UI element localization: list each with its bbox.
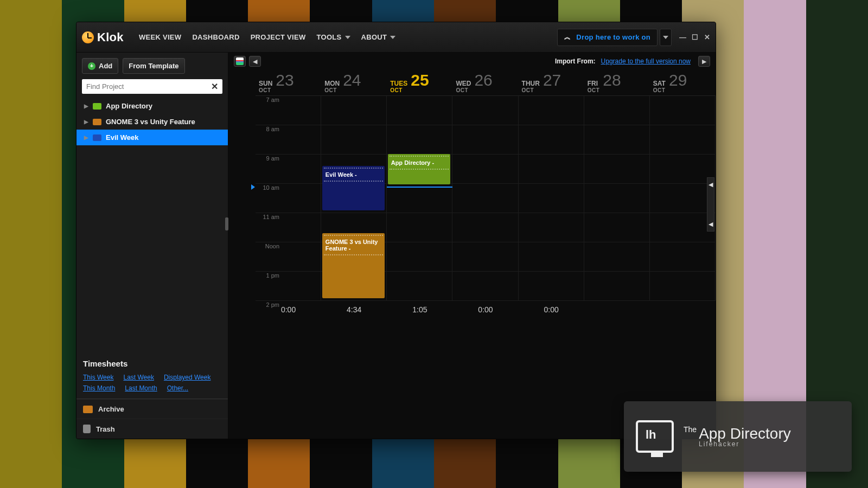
folder-icon	[93, 103, 101, 110]
add-button-label: Add	[99, 62, 112, 70]
search-project[interactable]: ✕	[82, 79, 222, 94]
menu-week-view[interactable]: WEEK VIEW	[133, 30, 187, 44]
drop-target-dropdown[interactable]	[660, 29, 672, 46]
trash-label: Trash	[96, 425, 115, 433]
calendar-icon	[236, 57, 244, 65]
trash-icon	[83, 425, 91, 433]
nav-prev-button[interactable]: ◀	[249, 56, 261, 67]
project-label: Evil Week	[106, 133, 138, 142]
archive-label: Archive	[98, 405, 124, 413]
project-item[interactable]: ▶ App Directory	[76, 98, 228, 114]
timesheets-title: Timesheets	[83, 359, 221, 368]
calendar: SUNOCT23MONOCT24TUESOCT25WEDOCT26THUROCT…	[228, 70, 716, 318]
add-button[interactable]: + Add	[82, 58, 118, 74]
menu-tools[interactable]: TOOLS	[311, 30, 355, 44]
menu-dashboard[interactable]: DASHBOARD	[187, 30, 245, 44]
triangle-right-icon: ▶	[84, 134, 88, 140]
app-logo: Klok	[82, 30, 124, 44]
current-time-marker-icon	[251, 184, 255, 190]
day-total	[650, 301, 716, 318]
timesheet-link[interactable]: Displayed Week	[164, 374, 210, 381]
day-header[interactable]: WEDOCT26	[452, 70, 518, 95]
project-item[interactable]: ▶ Evil Week	[76, 130, 228, 145]
menu-about-label: ABOUT	[361, 33, 387, 41]
watermark-prefix: The	[684, 425, 697, 434]
day-total: 4:34	[321, 301, 387, 318]
day-header[interactable]: FRIOCT28	[584, 70, 650, 95]
timesheet-link[interactable]: Last Week	[123, 374, 154, 381]
import-label: Import From:	[555, 57, 596, 65]
search-input[interactable]	[82, 79, 207, 94]
current-time-indicator	[387, 187, 452, 188]
project-tree: ▶ App Directory▶ GNOME 3 vs Unity Featur…	[76, 98, 228, 145]
window-maximize-button[interactable]: ☐	[692, 33, 698, 41]
window-minimize-button[interactable]: —	[679, 33, 686, 41]
chevron-down-icon	[345, 36, 350, 39]
sidebar-trash[interactable]: Trash	[76, 419, 228, 439]
plus-icon: +	[88, 62, 95, 70]
project-item[interactable]: ▶ GNOME 3 vs Unity Feature	[76, 114, 228, 130]
from-template-label: From Template	[129, 62, 178, 70]
triangle-right-icon: ▶	[84, 103, 88, 109]
day-header[interactable]: SATOCT29	[650, 70, 716, 95]
day-header[interactable]: MONOCT24	[321, 70, 387, 95]
hour-label: 2 pm	[256, 300, 283, 330]
arrow-right-icon: ▶	[702, 58, 706, 65]
calendar-event[interactable]: GNOME 3 vs Unity Feature -	[322, 233, 385, 298]
day-total: 1:05	[387, 301, 452, 318]
calendar-event[interactable]: App Directory -	[388, 154, 450, 184]
menu-tools-label: TOOLS	[316, 33, 341, 41]
day-total	[584, 301, 650, 318]
drop-target-label: Drop here to work on	[576, 33, 650, 41]
triangle-down-icon: ◀	[709, 221, 713, 228]
triangle-right-icon: ▶	[84, 119, 88, 125]
main-area: ◀ Import From: Upgrade to the full versi…	[228, 53, 716, 439]
chevron-down-icon	[390, 36, 395, 39]
arrow-left-icon: ◀	[253, 58, 257, 65]
folder-icon	[93, 134, 101, 141]
upgrade-link[interactable]: Upgrade to the full version now	[601, 57, 691, 65]
window-close-button[interactable]: ✕	[704, 33, 710, 41]
sidebar: + Add From Template ✕ ▶ App Directory▶ G…	[76, 53, 228, 439]
archive-icon	[83, 406, 93, 413]
timesheet-link[interactable]: Last Month	[125, 384, 157, 392]
day-header[interactable]: THUROCT27	[519, 70, 584, 95]
day-header[interactable]: SUNOCT23	[256, 70, 321, 95]
app-name: Klok	[97, 30, 124, 44]
menubar: Klok WEEK VIEW DASHBOARD PROJECT VIEW TO…	[76, 22, 716, 53]
project-label: App Directory	[106, 102, 152, 110]
clear-search-icon[interactable]: ✕	[207, 79, 222, 94]
menu-project-view[interactable]: PROJECT VIEW	[245, 30, 311, 44]
day-total: 0:00	[452, 301, 518, 318]
watermark-title: App Directory	[699, 425, 791, 442]
chevron-up-icon: ︽	[564, 33, 571, 42]
chevron-down-icon	[663, 36, 668, 39]
monitor-icon: lh	[636, 420, 674, 453]
day-total: 0:00	[519, 301, 584, 318]
project-label: GNOME 3 vs Unity Feature	[106, 118, 195, 126]
app-window: Klok WEEK VIEW DASHBOARD PROJECT VIEW TO…	[76, 22, 716, 439]
triangle-up-icon: ◀	[709, 181, 713, 188]
folder-icon	[93, 119, 101, 125]
timesheet-link[interactable]: This Month	[83, 384, 115, 392]
timesheet-link[interactable]: Other...	[167, 384, 188, 392]
menu-about[interactable]: ABOUT	[356, 30, 401, 44]
watermark-badge: lh TheApp Directory Lifehacker	[624, 401, 852, 472]
calendar-picker-button[interactable]	[234, 56, 246, 67]
day-header[interactable]: TUESOCT25	[387, 70, 452, 95]
right-scroll-handle[interactable]: ◀ ◀	[707, 177, 714, 232]
drop-target[interactable]: ︽ Drop here to work on	[557, 29, 658, 46]
timesheet-link[interactable]: This Week	[83, 374, 113, 381]
timesheets-section: Timesheets This WeekLast WeekDisplayed W…	[76, 352, 228, 399]
nav-next-button[interactable]: ▶	[698, 56, 710, 67]
from-template-button[interactable]: From Template	[123, 58, 184, 74]
sidebar-archive[interactable]: Archive	[76, 399, 228, 419]
clock-icon	[82, 31, 94, 43]
calendar-event[interactable]: Evil Week -	[322, 166, 385, 210]
